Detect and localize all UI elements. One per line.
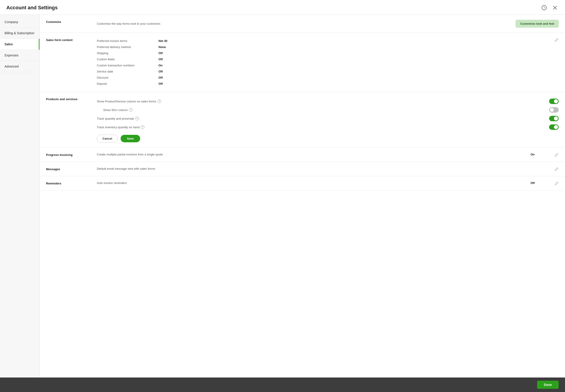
help-icon: ? [542, 5, 547, 10]
toggle-row: Show SKU column ? [97, 106, 559, 114]
customise-look-feel-button[interactable]: Customise look and feel [516, 20, 559, 28]
sales-form-row: Service date Off [97, 69, 540, 75]
sales-form-row: Custom transaction numbers On [97, 62, 540, 69]
progress-invoicing-edit-icon[interactable] [555, 153, 559, 157]
messages-edit-icon[interactable] [555, 167, 559, 171]
modal-title: Account and Settings [6, 5, 58, 11]
reminders-value: Off [531, 181, 540, 185]
progress-invoicing-description: Create multiple partial invoices from a … [97, 153, 522, 156]
messages-section: Messages Default email message sent with… [40, 162, 565, 176]
form-row-label: Discount [97, 76, 156, 79]
customise-label: Customise [46, 20, 91, 24]
form-row-label: Shipping [97, 51, 156, 55]
form-row-value: Off [159, 70, 172, 73]
help-circle-icon[interactable]: ? [129, 108, 133, 112]
toggle-switch[interactable] [549, 124, 559, 130]
toggle-row: Track inventory quantity on hand ? [97, 123, 559, 131]
customise-description: Customise the way forms look to your cus… [97, 22, 160, 25]
customise-section: Customise Customise the way forms look t… [40, 15, 565, 33]
toggle-label: Track inventory quantity on hand [97, 126, 139, 129]
help-button[interactable]: ? [540, 4, 548, 11]
toggle-label-group: Show Product/Service column on sales for… [97, 99, 161, 103]
toggle-label: Show Product/Service column on sales for… [97, 100, 156, 103]
toggle-label: Track quantity and price/rate [97, 117, 134, 120]
progress-invoicing-value: On [531, 153, 540, 156]
sales-form-content-body: Preferred invoice terms Net 30 Preferred… [97, 38, 540, 87]
sidebar: Company Billing & Subscription Sales Exp… [0, 15, 40, 378]
form-row-value: None [159, 45, 172, 49]
modal-body: Company Billing & Subscription Sales Exp… [0, 15, 565, 378]
form-row-value: Off [159, 51, 172, 55]
sidebar-item-billing[interactable]: Billing & Subscription [0, 28, 40, 39]
sidebar-item-expenses[interactable]: Expenses [0, 50, 40, 61]
header-icons: ? [540, 4, 559, 11]
messages-label: Messages [46, 167, 91, 171]
form-row-label: Deposit [97, 82, 156, 85]
sales-form-row: Deposit Off [97, 81, 540, 87]
done-button[interactable]: Done [537, 381, 559, 389]
messages-body: Default email message sent with sales fo… [97, 167, 540, 170]
form-row-value: Off [159, 57, 172, 61]
close-icon [553, 5, 557, 10]
toggle-switch[interactable] [549, 107, 559, 113]
help-circle-icon[interactable]: ? [135, 117, 139, 120]
reminders-description: Auto invoice reminders [97, 181, 522, 185]
modal-footer: Done [0, 378, 565, 392]
close-button[interactable] [551, 4, 559, 11]
save-button[interactable]: Save [121, 135, 140, 142]
form-row-value: Off [159, 76, 172, 79]
sales-form-row: Discount Off [97, 75, 540, 81]
sidebar-item-company[interactable]: Company [0, 16, 40, 28]
sidebar-item-advanced[interactable]: Advanced [0, 61, 40, 72]
reminders-action [545, 181, 559, 185]
form-row-label: Preferred delivery method [97, 45, 156, 49]
form-row-value: Off [159, 82, 172, 85]
progress-invoicing-body: Create multiple partial invoices from a … [97, 153, 540, 156]
sales-form-row: Shipping Off [97, 50, 540, 56]
sales-form-rows: Preferred invoice terms Net 30 Preferred… [97, 38, 540, 87]
help-circle-icon[interactable]: ? [141, 125, 145, 129]
progress-invoicing-label: Progress Invoicing [46, 153, 91, 156]
toggle-label-group: Track inventory quantity on hand ? [97, 125, 145, 129]
sales-form-content-section: Sales form content Preferred invoice ter… [40, 33, 565, 92]
toggle-label: Show SKU column [103, 108, 128, 112]
customise-body: Customise the way forms look to your cus… [97, 20, 559, 28]
sidebar-item-sales[interactable]: Sales [0, 39, 40, 50]
messages-description: Default email message sent with sales fo… [97, 167, 522, 170]
products-services-btn-row: Cancel Save [97, 135, 559, 142]
toggle-knob [550, 108, 554, 112]
reminders-section: Reminders Auto invoice reminders Off [40, 176, 565, 191]
messages-action [545, 167, 559, 171]
form-row-label: Service date [97, 70, 156, 73]
progress-invoicing-action [545, 153, 559, 157]
help-circle-icon[interactable]: ? [158, 99, 161, 103]
toggle-knob [554, 116, 558, 121]
sales-form-row: Custom fields Off [97, 56, 540, 62]
sales-form-content-label: Sales form content [46, 38, 91, 42]
toggle-knob [554, 99, 558, 103]
sales-form-row: Preferred delivery method None [97, 44, 540, 50]
sales-form-content-action [545, 38, 559, 42]
sales-form-edit-icon[interactable] [555, 38, 559, 42]
toggle-switch[interactable] [549, 98, 559, 104]
sales-form-row: Preferred invoice terms Net 30 [97, 38, 540, 44]
form-row-label: Preferred invoice terms [97, 39, 156, 42]
reminders-edit-icon[interactable] [555, 181, 559, 185]
products-services-section: Products and services Show Product/Servi… [40, 92, 565, 148]
account-settings-modal: Account and Settings ? Company Billing &… [0, 0, 565, 392]
toggle-knob [554, 125, 558, 129]
cancel-button[interactable]: Cancel [97, 135, 118, 142]
progress-invoicing-section: Progress Invoicing Create multiple parti… [40, 148, 565, 162]
form-row-label: Custom transaction numbers [97, 64, 156, 67]
toggle-label-group: Show SKU column ? [97, 108, 133, 112]
form-row-value: On [159, 64, 172, 67]
toggle-rows-container: Show Product/Service column on sales for… [97, 97, 559, 131]
toggle-row: Track quantity and price/rate ? [97, 114, 559, 123]
svg-text:?: ? [543, 6, 545, 10]
reminders-body: Auto invoice reminders Off [97, 181, 540, 185]
products-services-body: Show Product/Service column on sales for… [97, 97, 559, 142]
modal-header: Account and Settings ? [0, 0, 565, 15]
toggle-switch[interactable] [549, 116, 559, 121]
reminders-label: Reminders [46, 181, 91, 185]
main-content: Customise Customise the way forms look t… [40, 15, 565, 378]
